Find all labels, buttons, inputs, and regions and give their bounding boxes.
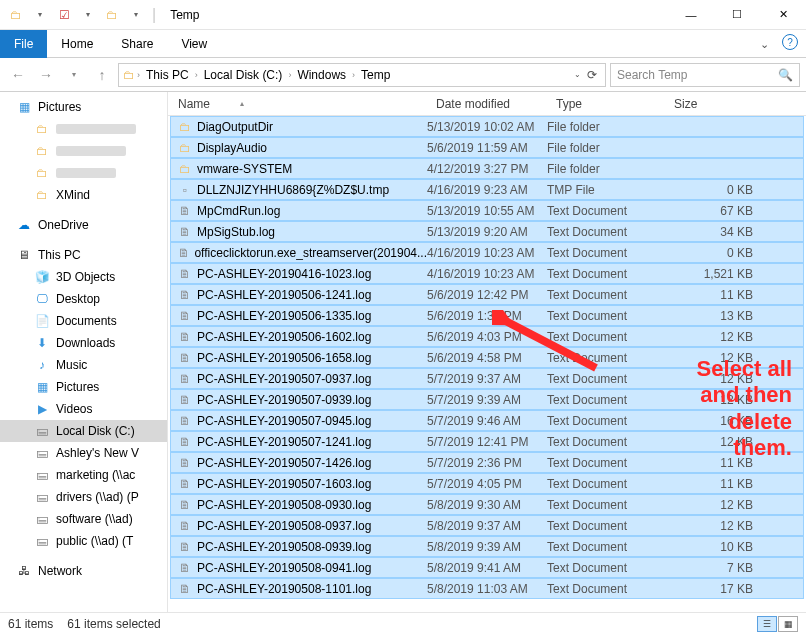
properties-icon[interactable]: ☑ — [54, 5, 74, 25]
forward-button[interactable]: → — [34, 63, 58, 87]
file-row[interactable]: 🗀DisplayAudio5/6/2019 11:59 AMFile folde… — [170, 137, 804, 158]
nav-thispc[interactable]: 🖥This PC — [0, 244, 167, 266]
crumb-localdisk[interactable]: Local Disk (C:) — [200, 68, 287, 82]
file-date: 4/16/2019 10:23 AM — [427, 267, 547, 281]
nav-item-blurred[interactable]: 🗀 — [0, 118, 167, 140]
file-row[interactable]: 🗎PC-ASHLEY-20190416-1023.log4/16/2019 10… — [170, 263, 804, 284]
sort-asc-icon: ▴ — [240, 99, 244, 108]
nav-item[interactable]: ▦Pictures — [0, 376, 167, 398]
file-type: Text Document — [547, 267, 665, 281]
file-row[interactable]: 🗀DiagOutputDir5/13/2019 10:02 AMFile fol… — [170, 116, 804, 137]
back-button[interactable]: ← — [6, 63, 30, 87]
breadcrumb-dropdown-icon[interactable]: ⌄ — [574, 70, 581, 79]
nav-item[interactable]: 🖴public (\\ad) (T — [0, 530, 167, 552]
tab-file[interactable]: File — [0, 30, 47, 58]
nav-xmind[interactable]: 🗀XMind — [0, 184, 167, 206]
search-input[interactable]: Search Temp 🔍 — [610, 63, 800, 87]
refresh-icon[interactable]: ⟳ — [583, 68, 601, 82]
nav-item[interactable]: ♪Music — [0, 354, 167, 376]
chevron-right-icon[interactable]: › — [350, 70, 357, 80]
nav-item[interactable]: 🧊3D Objects — [0, 266, 167, 288]
file-row[interactable]: 🗎PC-ASHLEY-20190508-0941.log5/8/2019 9:4… — [170, 557, 804, 578]
file-type: Text Document — [547, 519, 665, 533]
file-date: 5/7/2019 4:05 PM — [427, 477, 547, 491]
file-row[interactable]: 🗎PC-ASHLEY-20190507-0939.log5/7/2019 9:3… — [170, 389, 804, 410]
file-row[interactable]: 🗎MpSigStub.log5/13/2019 9:20 AMText Docu… — [170, 221, 804, 242]
recent-dropdown[interactable]: ▾ — [62, 63, 86, 87]
file-row[interactable]: 🗎PC-ASHLEY-20190507-1241.log5/7/2019 12:… — [170, 431, 804, 452]
file-date: 5/6/2019 11:59 AM — [427, 141, 547, 155]
nav-network[interactable]: 🖧Network — [0, 560, 167, 582]
navigation-pane[interactable]: ▦Pictures 🗀 🗀 🗀 🗀XMind ☁OneDrive 🖥This P… — [0, 92, 168, 612]
file-row[interactable]: ▫DLLZNJIZYHHU6869{Z%DZ$U.tmp4/16/2019 9:… — [170, 179, 804, 200]
file-row[interactable]: 🗎PC-ASHLEY-20190506-1658.log5/6/2019 4:5… — [170, 347, 804, 368]
nav-item-blurred[interactable]: 🗀 — [0, 140, 167, 162]
col-size[interactable]: Size — [664, 97, 764, 111]
qat-menu-icon[interactable]: ▾ — [126, 5, 146, 25]
file-row[interactable]: 🗎PC-ASHLEY-20190506-1241.log5/6/2019 12:… — [170, 284, 804, 305]
maximize-button[interactable]: ☐ — [714, 0, 760, 30]
file-row[interactable]: 🗎PC-ASHLEY-20190506-1602.log5/6/2019 4:0… — [170, 326, 804, 347]
crumb-windows[interactable]: Windows — [293, 68, 350, 82]
status-count: 61 items — [8, 617, 53, 631]
file-date: 5/13/2019 10:02 AM — [427, 120, 547, 134]
tab-view[interactable]: View — [167, 30, 221, 58]
file-type: Text Document — [547, 477, 665, 491]
breadcrumb[interactable]: 🗀 › This PC › Local Disk (C:) › Windows … — [118, 63, 606, 87]
file-size: 16 KB — [665, 414, 761, 428]
nav-item[interactable]: ⬇Downloads — [0, 332, 167, 354]
file-row[interactable]: 🗎PC-ASHLEY-20190507-1603.log5/7/2019 4:0… — [170, 473, 804, 494]
address-row: ← → ▾ ↑ 🗀 › This PC › Local Disk (C:) › … — [0, 58, 806, 92]
file-row[interactable]: 🗀vmware-SYSTEM4/12/2019 3:27 PMFile fold… — [170, 158, 804, 179]
nav-item-blurred[interactable]: 🗀 — [0, 162, 167, 184]
nav-item[interactable]: 🖴marketing (\\ac — [0, 464, 167, 486]
file-row[interactable]: 🗎PC-ASHLEY-20190507-0945.log5/7/2019 9:4… — [170, 410, 804, 431]
file-size: 1,521 KB — [665, 267, 761, 281]
file-row[interactable]: 🗎PC-ASHLEY-20190508-0937.log5/8/2019 9:3… — [170, 515, 804, 536]
nav-pictures[interactable]: ▦Pictures — [0, 96, 167, 118]
nav-item[interactable]: 🖴Ashley's New V — [0, 442, 167, 464]
file-name: PC-ASHLEY-20190506-1602.log — [197, 330, 371, 344]
chevron-right-icon[interactable]: › — [193, 70, 200, 80]
file-row[interactable]: 🗎PC-ASHLEY-20190508-0939.log5/8/2019 9:3… — [170, 536, 804, 557]
col-date[interactable]: Date modified — [426, 97, 546, 111]
text-icon: 🗎 — [177, 455, 193, 471]
qat-dropdown-icon[interactable]: ▾ — [30, 5, 50, 25]
file-list[interactable]: 🗀DiagOutputDir5/13/2019 10:02 AMFile fol… — [168, 116, 806, 612]
expand-ribbon-icon[interactable]: ⌄ — [754, 34, 774, 54]
nav-item[interactable]: 🖴software (\\ad) — [0, 508, 167, 530]
minimize-button[interactable]: — — [668, 0, 714, 30]
file-row[interactable]: 🗎PC-ASHLEY-20190506-1335.log5/6/2019 1:3… — [170, 305, 804, 326]
qat-dropdown2-icon[interactable]: ▾ — [78, 5, 98, 25]
chevron-right-icon[interactable]: › — [135, 70, 142, 80]
nav-item[interactable]: 🖵Desktop — [0, 288, 167, 310]
file-row[interactable]: 🗎PC-ASHLEY-20190508-1101.log5/8/2019 11:… — [170, 578, 804, 599]
nav-onedrive[interactable]: ☁OneDrive — [0, 214, 167, 236]
nav-item[interactable]: 📄Documents — [0, 310, 167, 332]
tab-share[interactable]: Share — [107, 30, 167, 58]
nav-item[interactable]: 🖴drivers (\\ad) (P — [0, 486, 167, 508]
chevron-right-icon[interactable]: › — [286, 70, 293, 80]
view-details-button[interactable]: ☰ — [757, 616, 777, 632]
file-row[interactable]: 🗎PC-ASHLEY-20190507-1426.log5/7/2019 2:3… — [170, 452, 804, 473]
file-row[interactable]: 🗎officeclicktorun.exe_streamserver(20190… — [170, 242, 804, 263]
file-name: MpCmdRun.log — [197, 204, 280, 218]
up-button[interactable]: ↑ — [90, 63, 114, 87]
file-row[interactable]: 🗎PC-ASHLEY-20190507-0937.log5/7/2019 9:3… — [170, 368, 804, 389]
col-name[interactable]: Name▴ — [168, 97, 426, 111]
text-icon: 🗎 — [177, 560, 193, 576]
file-date: 5/7/2019 2:36 PM — [427, 456, 547, 470]
crumb-thispc[interactable]: This PC — [142, 68, 193, 82]
nav-item[interactable]: 🖴Local Disk (C:) — [0, 420, 167, 442]
file-row[interactable]: 🗎PC-ASHLEY-20190508-0930.log5/8/2019 9:3… — [170, 494, 804, 515]
col-type[interactable]: Type — [546, 97, 664, 111]
file-type: Text Document — [547, 540, 665, 554]
file-row[interactable]: 🗎MpCmdRun.log5/13/2019 10:55 AMText Docu… — [170, 200, 804, 221]
close-button[interactable]: ✕ — [760, 0, 806, 30]
help-icon[interactable]: ? — [782, 34, 798, 50]
crumb-temp[interactable]: Temp — [357, 68, 394, 82]
nav-item[interactable]: ▶Videos — [0, 398, 167, 420]
file-size: 12 KB — [665, 351, 761, 365]
view-large-button[interactable]: ▦ — [778, 616, 798, 632]
tab-home[interactable]: Home — [47, 30, 107, 58]
